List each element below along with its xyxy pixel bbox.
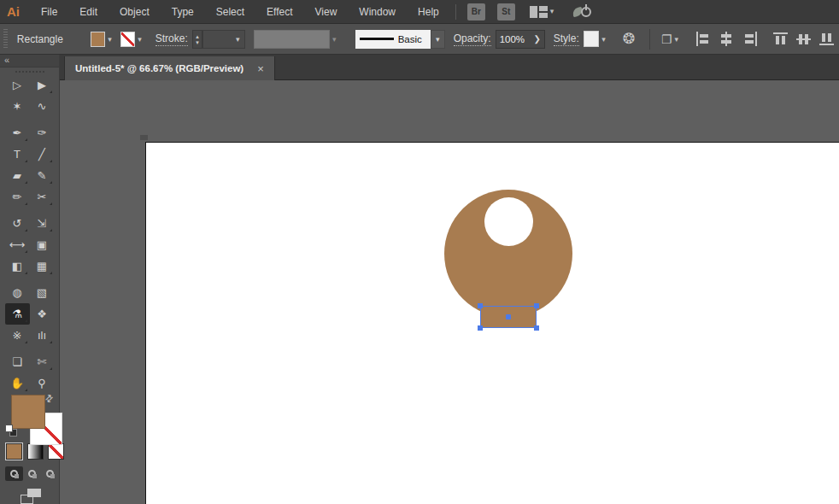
workspace-switcher-icon[interactable] bbox=[530, 6, 548, 18]
artboard-tool[interactable]: ❏ bbox=[5, 351, 30, 372]
stroke-chevron-icon[interactable]: ▾ bbox=[138, 35, 142, 44]
menu-type[interactable]: Type bbox=[161, 0, 205, 24]
draw-behind-mode[interactable] bbox=[23, 466, 41, 481]
shape-builder-tool[interactable]: ◧ bbox=[5, 255, 30, 277]
vertical-align-center-button[interactable] bbox=[796, 32, 813, 46]
horizontal-align-right-button[interactable] bbox=[742, 32, 758, 46]
selection-handle[interactable] bbox=[478, 303, 483, 308]
menu-select[interactable]: Select bbox=[205, 0, 255, 24]
symbol-sprayer-tool[interactable]: ※ bbox=[5, 325, 30, 346]
perspective-grid-tool[interactable]: ▦ bbox=[30, 255, 55, 277]
fill-indicator[interactable] bbox=[11, 395, 45, 429]
draw-normal-mode[interactable] bbox=[5, 466, 23, 481]
eyedropper-tool[interactable]: ⚗ bbox=[5, 303, 30, 325]
transform-options-icon[interactable]: ❐ bbox=[661, 32, 672, 46]
paintbrush-tool[interactable]: ✎ bbox=[30, 165, 55, 186]
direct-selection-tool[interactable]: ▶ bbox=[30, 74, 55, 96]
lasso-tool[interactable]: ∿ bbox=[30, 96, 55, 117]
draw-inside-mode-icon bbox=[46, 470, 54, 478]
fill-chevron-icon[interactable]: ▾ bbox=[108, 35, 112, 44]
free-transform-tool[interactable]: ▣ bbox=[30, 234, 55, 255]
canvas-area[interactable] bbox=[60, 80, 839, 504]
curvature-tool[interactable]: ✑ bbox=[30, 122, 55, 144]
control-bar: Rectangle ▾ ▾ Stroke: ▴ ▾ ▾ ▾ Basic ▾ Op… bbox=[0, 24, 839, 55]
app-logo: Ai bbox=[0, 4, 30, 19]
horizontal-align-left-button[interactable] bbox=[695, 32, 712, 46]
tab-close-icon[interactable]: × bbox=[257, 62, 264, 75]
panel-grip[interactable] bbox=[15, 71, 44, 73]
column-graph-tool[interactable]: ılı bbox=[30, 325, 55, 346]
stepper-down-icon[interactable]: ▾ bbox=[193, 39, 202, 45]
hand-tool[interactable]: ✋ bbox=[5, 372, 30, 394]
brush-preview: Basic bbox=[355, 30, 431, 49]
width-profile-chevron-icon: ▾ bbox=[332, 35, 337, 44]
default-fill-stroke-icon[interactable] bbox=[5, 425, 17, 437]
slice-tool[interactable]: ✄ bbox=[30, 351, 55, 372]
gpu-performance-icon[interactable] bbox=[572, 4, 591, 20]
document-tab[interactable]: Untitled-5* @ 66.67% (RGB/Preview) × bbox=[64, 56, 275, 80]
selection-handle[interactable] bbox=[534, 325, 539, 331]
line-segment-tool[interactable]: ╱ bbox=[30, 144, 55, 165]
selection-handle[interactable] bbox=[478, 325, 483, 331]
opacity-field[interactable]: 100% ❯ bbox=[496, 30, 545, 49]
type-tool[interactable]: T bbox=[5, 144, 30, 165]
selection-handle[interactable] bbox=[534, 303, 539, 308]
color-button[interactable] bbox=[6, 443, 22, 460]
style-chevron-icon[interactable]: ▾ bbox=[601, 35, 606, 44]
mesh-tool[interactable]: ◍ bbox=[5, 282, 30, 303]
draw-normal-mode-icon bbox=[10, 470, 18, 478]
stroke-weight-dropdown[interactable]: ▾ bbox=[202, 30, 245, 49]
stroke-label[interactable]: Stroke: bbox=[155, 32, 188, 46]
hole-shape[interactable] bbox=[484, 197, 533, 246]
transform-chevron-icon[interactable]: ▾ bbox=[674, 35, 678, 44]
control-bar-grip[interactable] bbox=[3, 29, 8, 50]
menu-window[interactable]: Window bbox=[348, 0, 407, 24]
none-button[interactable] bbox=[48, 443, 64, 460]
vertical-align-top-button[interactable] bbox=[773, 32, 789, 46]
zoom-tool[interactable]: ⚲ bbox=[30, 372, 55, 394]
collapse-icon[interactable]: « bbox=[4, 55, 9, 65]
menu-file[interactable]: File bbox=[30, 0, 68, 24]
panel-collapse-button[interactable]: « bbox=[0, 55, 59, 67]
gradient-tool[interactable]: ▧ bbox=[30, 282, 55, 303]
menu-help[interactable]: Help bbox=[407, 0, 450, 24]
blend-tool[interactable]: ❖ bbox=[30, 303, 55, 325]
selection-center-point[interactable] bbox=[506, 314, 511, 319]
menu-view[interactable]: View bbox=[304, 0, 349, 24]
style-swatch[interactable] bbox=[584, 31, 599, 47]
menu-object[interactable]: Object bbox=[109, 0, 161, 24]
scale-tool[interactable]: ⇲ bbox=[30, 213, 55, 234]
rectangle-tool[interactable]: ▰ bbox=[5, 165, 30, 186]
recolor-artwork-icon[interactable]: ❂ bbox=[623, 32, 635, 46]
fill-color-swatch[interactable] bbox=[91, 32, 105, 47]
brush-chevron-icon[interactable]: ▾ bbox=[431, 30, 445, 49]
bridge-button[interactable]: Br bbox=[467, 3, 485, 21]
shaper-tool[interactable]: ✏ bbox=[5, 186, 30, 208]
opacity-expand-icon[interactable]: ❯ bbox=[533, 34, 540, 44]
menu-bar: Ai FileEditObjectTypeSelectEffectViewWin… bbox=[0, 0, 839, 24]
draw-inside-mode[interactable] bbox=[41, 466, 59, 481]
screen-mode-icon[interactable] bbox=[21, 489, 41, 504]
workspace-chevron-icon[interactable]: ▾ bbox=[550, 8, 554, 15]
stepper-up-icon[interactable]: ▴ bbox=[193, 33, 202, 39]
menu-edit[interactable]: Edit bbox=[68, 0, 109, 24]
menu-items: FileEditObjectTypeSelectEffectViewWindow… bbox=[30, 0, 450, 24]
brush-definition-dropdown[interactable]: Basic ▾ bbox=[355, 30, 445, 49]
menu-effect[interactable]: Effect bbox=[255, 0, 303, 24]
width-tool[interactable]: ⟷ bbox=[5, 234, 30, 255]
horizontal-align-center-button[interactable] bbox=[719, 32, 735, 46]
stock-button[interactable]: St bbox=[497, 3, 515, 21]
gradient-button[interactable] bbox=[27, 443, 44, 460]
magic-wand-tool[interactable]: ✶ bbox=[5, 96, 30, 117]
stroke-color-swatch[interactable] bbox=[120, 32, 135, 47]
vertical-align-bottom-button[interactable] bbox=[819, 32, 836, 46]
pen-tool[interactable]: ✒ bbox=[5, 122, 30, 144]
rotate-tool[interactable]: ↺ bbox=[5, 213, 30, 234]
opacity-value[interactable]: 100% bbox=[500, 34, 534, 44]
style-label[interactable]: Style: bbox=[554, 32, 579, 46]
opacity-label[interactable]: Opacity: bbox=[454, 32, 491, 46]
selection-tool[interactable]: ▷ bbox=[5, 74, 30, 96]
stroke-weight-stepper[interactable]: ▴ ▾ bbox=[192, 30, 203, 49]
scissors-tool[interactable]: ✂ bbox=[30, 186, 55, 208]
stroke-weight-chevron-icon[interactable]: ▾ bbox=[236, 35, 240, 44]
